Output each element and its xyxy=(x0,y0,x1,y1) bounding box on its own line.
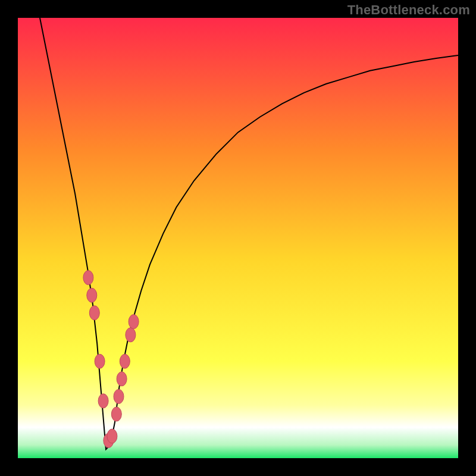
benchmark-dot xyxy=(114,389,124,403)
benchmark-dot xyxy=(120,354,130,368)
benchmark-dot xyxy=(129,315,139,329)
benchmark-dot xyxy=(111,407,121,421)
benchmark-dot xyxy=(117,372,127,386)
benchmark-dot xyxy=(83,271,93,285)
benchmark-points xyxy=(83,271,139,448)
chart-frame: TheBottleneck.com xyxy=(0,0,476,476)
benchmark-dot xyxy=(98,394,108,408)
plot-area xyxy=(18,18,458,458)
bottleneck-curve xyxy=(40,18,458,449)
benchmark-dot xyxy=(89,306,99,320)
curve-layer xyxy=(18,18,458,458)
benchmark-dot xyxy=(95,354,105,368)
benchmark-dot xyxy=(87,288,97,302)
benchmark-dot xyxy=(126,328,136,342)
attribution-text: TheBottleneck.com xyxy=(347,2,470,18)
benchmark-dot xyxy=(107,429,117,443)
